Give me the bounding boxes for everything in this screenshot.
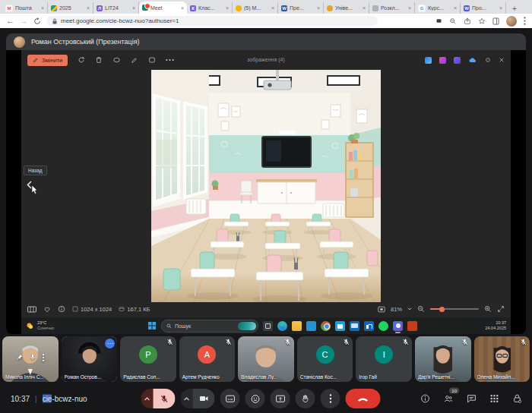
zoom-slider[interactable] [430,308,479,310]
side-panel-icon[interactable] [492,17,499,25]
frame-icon[interactable] [148,56,156,64]
tab-classroom[interactable]: ККлас...× [187,2,233,14]
photos-app-icon[interactable] [393,321,403,331]
back-icon[interactable]: ← [6,17,14,25]
mic-icon[interactable] [29,354,36,361]
extension-icon[interactable] [435,17,442,24]
end-call-button[interactable] [346,389,381,408]
powerpoint-icon[interactable] [407,321,417,331]
linkedin-icon[interactable] [364,321,374,331]
more-options-button[interactable] [321,389,340,408]
zoom-dropdown-icon[interactable] [407,307,412,311]
mic-off-icon[interactable] [154,389,176,408]
clipchamp-icon[interactable] [439,57,446,64]
raise-hand-button[interactable] [296,389,315,408]
zoom-out-icon[interactable] [417,305,425,313]
camera-icon[interactable] [193,389,215,408]
filmstrip-icon[interactable] [27,306,36,313]
tab-close-icon[interactable]: × [271,5,274,11]
tab-doc2[interactable]: WПро...× [461,2,506,14]
participant-tile[interactable]: Р Радислав Сол... [120,336,176,382]
outlook-icon[interactable] [350,321,359,331]
tab-close-icon[interactable]: × [181,5,184,11]
more-options-icon[interactable] [42,354,44,361]
designer-icon[interactable] [425,57,432,64]
tab-close-icon[interactable]: × [226,5,229,11]
info-icon[interactable] [58,305,65,313]
delete-icon[interactable] [95,56,103,64]
fullscreen-icon[interactable] [497,305,505,313]
meeting-details-icon[interactable] [420,394,430,404]
chrome-icon[interactable] [321,321,331,331]
participant-tile[interactable]: С Станіслав Кос... [297,336,353,382]
zoom-percent[interactable]: 81% [391,306,402,313]
zoom-out-page-icon[interactable] [449,17,457,25]
onedrive-cloud-icon[interactable] [468,57,477,63]
camera-options-chevron-icon[interactable] [181,389,193,408]
vscode-icon[interactable] [306,321,316,331]
gallery-icon[interactable] [454,57,461,64]
tab-close-icon[interactable]: × [363,5,366,11]
profile-avatar[interactable] [506,16,517,27]
host-controls-lock-icon[interactable] [512,394,522,404]
participant-tile[interactable]: Микола Ілліч С... [2,336,59,382]
mic-button-muted[interactable] [141,389,176,408]
new-tab-button[interactable]: + [509,3,520,14]
tab-university[interactable]: Уніве...× [324,2,369,14]
spotify-icon[interactable] [378,321,388,331]
tab-close-icon[interactable]: × [41,5,44,11]
participant-tile[interactable]: Дар'я Решетні... [415,336,471,382]
file-explorer-icon[interactable] [292,321,302,331]
close-photos-icon[interactable] [499,57,505,63]
tab-close-icon[interactable]: × [408,5,411,11]
zoom-in-icon[interactable] [484,305,492,313]
weather-widget[interactable]: 23°C Сонячно [21,320,54,330]
start-button-icon[interactable] [147,321,157,330]
bookmark-star-icon[interactable] [478,17,486,25]
search-box[interactable]: Пошук [161,320,258,333]
tab-mail[interactable]: (5) М...× [233,2,278,14]
share-icon[interactable] [464,17,471,25]
activities-icon[interactable] [489,394,499,404]
participant-tile[interactable]: А Артем Рудченко [179,336,236,382]
tab-schedule[interactable]: Розкл...× [369,2,415,14]
edge-icon[interactable] [277,321,287,331]
favorite-heart-icon[interactable] [43,306,51,313]
tab-lit24[interactable]: ЛLIT24× [93,2,139,14]
edit-image-button[interactable]: Змінити [27,55,68,66]
participant-tile[interactable]: І Ігор Гай [356,336,412,382]
url-field[interactable]: meet.google.com/cie-bcwz-nuo?authuser=1 [46,16,378,26]
participants-panel-button[interactable]: 10 [443,394,454,404]
tab-meet-active[interactable]: Meet× [139,2,187,14]
rotate-icon[interactable] [78,56,85,64]
participant-tile-active-speaker[interactable]: ⋯ Роман Остров... [62,336,118,382]
participant-tile[interactable]: Владислав Лу... [238,336,294,382]
camera-button[interactable] [181,389,215,408]
chat-icon[interactable] [467,394,477,404]
pin-icon[interactable] [16,354,23,361]
more-tools-icon[interactable] [166,58,174,61]
tab-google[interactable]: GКурс...× [415,2,461,14]
tab-close-icon[interactable]: × [499,5,502,11]
tab-doc1[interactable]: WПре...× [278,2,324,14]
participant-tile[interactable]: Олена Михайл... [474,336,530,382]
settings-icon[interactable] [485,57,491,63]
tab-close-icon[interactable]: × [317,5,320,11]
fit-to-window-icon[interactable] [378,306,385,313]
browser-menu-icon[interactable] [524,17,526,25]
reload-icon[interactable] [33,17,41,25]
tab-close-icon[interactable]: × [132,5,135,11]
mic-options-chevron-icon[interactable] [141,389,154,408]
zoom-slider-thumb[interactable] [439,307,445,312]
crop-icon[interactable] [112,56,121,64]
tab-close-icon[interactable]: × [87,5,90,11]
reactions-button[interactable] [245,389,265,408]
draw-icon[interactable] [131,56,138,64]
taskbar-clock[interactable]: 10:37 24.04.2025 [485,320,506,331]
tab-drive[interactable]: 2025× [48,2,93,14]
forward-icon[interactable]: → [20,17,28,25]
present-screen-button[interactable] [271,389,290,408]
task-view-icon[interactable] [263,321,273,331]
captions-button[interactable] [220,389,240,408]
microsoft-store-icon[interactable] [335,321,345,331]
